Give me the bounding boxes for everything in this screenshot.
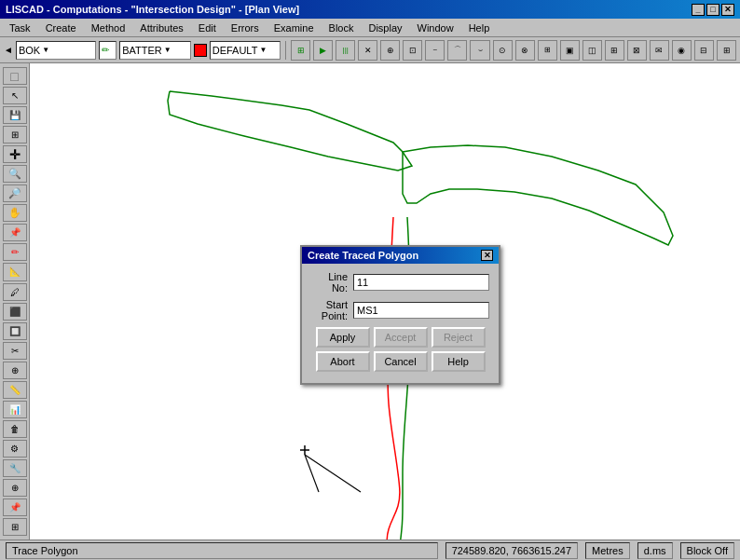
lt-btn-add[interactable]: ⊕ — [3, 479, 27, 497]
lt-btn-save[interactable]: 💾 — [3, 106, 27, 124]
menu-task[interactable]: Task — [4, 20, 36, 35]
tb-btn-17[interactable]: ✉ — [650, 40, 669, 61]
tb-btn-6[interactable]: ⊡ — [403, 40, 422, 61]
tb-btn-18[interactable]: ◉ — [672, 40, 692, 61]
lt-btn-pan[interactable]: ✋ — [3, 204, 27, 222]
default-dropdown-arrow: ▼ — [259, 46, 267, 54]
menu-method[interactable]: Method — [86, 20, 131, 35]
status-format: d.ms — [637, 542, 673, 559]
lt-btn-pin[interactable]: 📌 — [3, 499, 27, 516]
tb-btn-13[interactable]: ▣ — [560, 40, 580, 61]
menu-examine[interactable]: Examine — [268, 20, 320, 35]
cancel-button[interactable]: Cancel — [374, 351, 428, 372]
tb-btn-9[interactable]: ⌣ — [470, 40, 489, 61]
start-point-label: Start Point: — [311, 299, 348, 321]
toolbar: ◄ BOK ▼ ✏ BATTER ▼ DEFAULT ▼ ⊞ ▶ ||| ✕ ⊕… — [0, 37, 740, 63]
status-bar: Trace Polygon 724589.820, 7663615.247 Me… — [0, 540, 740, 560]
menu-create[interactable]: Create — [40, 20, 82, 35]
minimize-btn[interactable]: _ — [692, 4, 705, 16]
menu-display[interactable]: Display — [363, 20, 407, 35]
tb-btn-3[interactable]: ||| — [336, 40, 355, 61]
start-point-field: Start Point: — [311, 299, 489, 321]
toolbar-sep-1 — [285, 41, 286, 60]
tb-btn-1[interactable]: ⊞ — [291, 40, 310, 61]
lt-btn-line[interactable]: 📐 — [3, 263, 27, 280]
pen-icon-btn[interactable]: ✏ — [99, 41, 116, 60]
lt-btn-text[interactable]: 🖊 — [3, 283, 27, 301]
tb-btn-4[interactable]: ✕ — [358, 40, 377, 61]
lt-btn-settings[interactable]: ⚙ — [3, 440, 27, 458]
lt-btn-open[interactable]: ↖ — [3, 87, 27, 104]
status-block: Block Off — [680, 542, 734, 559]
lt-btn-chart[interactable]: 📊 — [3, 401, 27, 418]
main-area: □ ↖ 💾 ⊞ ✛ 🔍 🔎 ✋ 📌 ✏ 📐 🖊 ⬛ 🔲 ✂ ⊕ 📏 📊 🗑 ⚙ … — [0, 63, 740, 540]
dialog-close-button[interactable]: ✕ — [481, 250, 493, 261]
bok-dropdown-arrow: ▼ — [42, 46, 49, 54]
accept-button[interactable]: Accept — [374, 327, 428, 348]
lt-btn-zoomin[interactable]: 🔍 — [3, 165, 27, 183]
lt-btn-draw[interactable]: ✏ — [3, 243, 27, 261]
lt-btn-rect[interactable]: 🔲 — [3, 322, 27, 340]
menu-block[interactable]: Block — [323, 20, 360, 35]
dialog-body: Line No: Start Point: Apply Accept Rejec… — [302, 264, 499, 383]
svg-line-3 — [305, 455, 319, 492]
tb-btn-8[interactable]: ⌒ — [447, 40, 467, 61]
lt-btn-new[interactable]: □ — [3, 67, 27, 85]
left-toolbar: □ ↖ 💾 ⊞ ✛ 🔍 🔎 ✋ 📌 ✏ 📐 🖊 ⬛ 🔲 ✂ ⊕ 📏 📊 🗑 ⚙ … — [0, 63, 30, 540]
title-bar: LISCAD - Computations - "Intersection De… — [0, 0, 740, 19]
menu-attributes[interactable]: Attributes — [134, 20, 188, 35]
dialog-buttons-row2: Abort Cancel Help — [311, 351, 489, 372]
start-point-input[interactable] — [353, 302, 489, 319]
lt-btn-node[interactable]: ⊕ — [3, 362, 27, 379]
tb-btn-7[interactable]: ~ — [425, 40, 445, 61]
abort-button[interactable]: Abort — [316, 351, 370, 372]
lt-btn-crosshair[interactable]: ✛ — [3, 145, 27, 163]
menu-window[interactable]: Window — [412, 20, 459, 35]
status-units: Metres — [585, 542, 630, 559]
menu-edit[interactable]: Edit — [193, 20, 222, 35]
close-btn[interactable]: ✕ — [721, 4, 734, 16]
lt-btn-grid[interactable]: ⊞ — [3, 126, 27, 143]
tb-btn-11[interactable]: ⊗ — [515, 40, 535, 61]
dialog-buttons-row1: Apply Accept Reject — [311, 327, 489, 348]
status-mode: Trace Polygon — [6, 542, 438, 559]
dialog-title-bar: Create Traced Polygon ✕ — [302, 247, 499, 264]
bok-dropdown[interactable]: BOK ▼ — [16, 41, 96, 60]
toolbar-arrow: ◄ — [4, 45, 13, 55]
menu-errors[interactable]: Errors — [226, 20, 265, 35]
line-no-field: Line No: — [311, 271, 489, 294]
title-bar-controls: _ □ ✕ — [692, 4, 734, 16]
tb-btn-20[interactable]: ⊞ — [717, 40, 736, 61]
lt-btn-delete[interactable]: 🗑 — [3, 420, 27, 438]
tb-btn-10[interactable]: ⊙ — [493, 40, 513, 61]
lt-btn-zoomout[interactable]: 🔎 — [3, 184, 27, 202]
reject-button[interactable]: Reject — [432, 327, 486, 348]
canvas-area: Create Traced Polygon ✕ Line No: Start P… — [30, 63, 740, 540]
help-button[interactable]: Help — [432, 351, 486, 372]
maximize-btn[interactable]: □ — [706, 4, 719, 16]
lt-btn-select[interactable]: 📌 — [3, 224, 27, 241]
tb-btn-19[interactable]: ⊟ — [694, 40, 714, 61]
menu-help[interactable]: Help — [463, 20, 496, 35]
pen-icon: ✏ — [102, 45, 109, 55]
tb-btn-5[interactable]: ⊕ — [380, 40, 400, 61]
batter-dropdown[interactable]: BATTER ▼ — [119, 41, 190, 60]
color-indicator[interactable] — [194, 44, 207, 57]
lt-btn-misc[interactable]: ⊞ — [3, 518, 27, 536]
tb-btn-14[interactable]: ◫ — [582, 40, 602, 61]
tb-btn-12[interactable]: ⊞ — [538, 40, 557, 61]
lt-btn-fill[interactable]: ⬛ — [3, 303, 27, 321]
lt-btn-cut[interactable]: ✂ — [3, 342, 27, 360]
tb-btn-16[interactable]: ⊠ — [627, 40, 647, 61]
apply-button[interactable]: Apply — [316, 327, 370, 348]
line-no-input[interactable] — [353, 274, 489, 291]
tb-btn-15[interactable]: ⊞ — [605, 40, 624, 61]
menu-bar: Task Create Method Attributes Edit Error… — [0, 19, 740, 37]
status-coordinates: 724589.820, 7663615.247 — [445, 542, 578, 559]
tb-btn-2[interactable]: ▶ — [313, 40, 333, 61]
lt-btn-wrench[interactable]: 🔧 — [3, 459, 27, 477]
batter-dropdown-arrow: ▼ — [164, 46, 171, 54]
default-dropdown[interactable]: DEFAULT ▼ — [210, 41, 281, 60]
dialog-title-text: Create Traced Polygon — [308, 250, 418, 261]
lt-btn-measure[interactable]: 📏 — [3, 381, 27, 399]
